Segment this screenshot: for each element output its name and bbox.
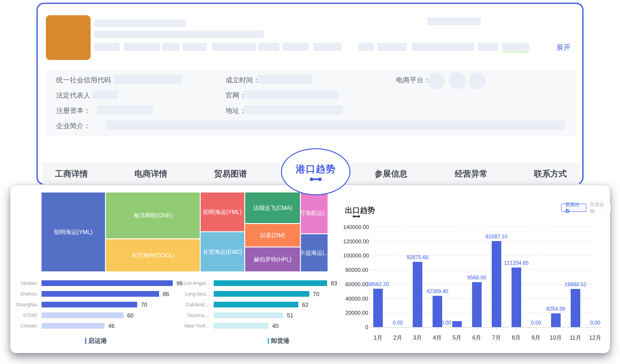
bar-value-label: 0.00	[576, 320, 615, 326]
bar	[214, 280, 327, 286]
treemap-block[interactable]: 海洋网联(ONE)	[106, 192, 200, 238]
category-label: Yantian	[3, 280, 37, 286]
bar-value-label: 0.00	[427, 320, 465, 326]
bar	[214, 323, 268, 329]
export-trend-chart: 出口趋势 贸易次数 贸易金额 140000.00120000.00100000.…	[334, 199, 611, 349]
treemap-block[interactable]: 东方海外(OOCL)	[106, 239, 200, 271]
gridline	[371, 227, 596, 227]
category-label: Oakland,...	[176, 302, 210, 308]
website-label: 官网：	[226, 91, 246, 100]
company-info-panel: 统一社会信用代码： 成立时间： 电商平台： 法定代表人： 官网： 注册资本： 地…	[47, 70, 576, 136]
discharge-legend[interactable]: 卸货港	[268, 337, 289, 345]
treemap-block[interactable]: 阳明海运(YML)	[42, 192, 105, 271]
platform-avatar	[469, 72, 486, 89]
x-axis-tick-label: 7月	[487, 334, 506, 341]
legend-label: 启运港	[88, 337, 107, 345]
carrier-treemap: 阳明海运(YML)海洋网联(ONE)东方海外(OOCL)阳明海运(YML)长荣海…	[42, 192, 327, 271]
toggle-trade-count-button[interactable]: 贸易次数	[561, 204, 586, 212]
category-label: Chiwan	[3, 323, 37, 329]
tab-2[interactable]: 电商详情	[134, 168, 167, 179]
gridline	[371, 241, 596, 242]
category-label: Los Angel...	[176, 280, 210, 286]
hbar-row: Chiwan46	[10, 323, 200, 329]
treemap-block[interactable]: 长荣海运(EMC)	[201, 232, 244, 271]
hbar-row: Shanghai70	[10, 302, 200, 307]
established-label: 成立时间：	[226, 75, 260, 85]
company-logo	[46, 15, 91, 60]
bar	[214, 312, 283, 318]
x-axis-tickmark	[595, 328, 596, 330]
y-axis-tick-label: 80000.00	[343, 267, 368, 273]
bar-value-label: 51	[287, 312, 293, 319]
x-axis-tick-label: 5月	[448, 334, 466, 341]
legend-label: 卸货港	[271, 337, 289, 345]
treemap-block[interactable]: 中远海运(...	[301, 234, 327, 271]
x-axis-tickmark	[378, 328, 378, 330]
tag-chip	[412, 43, 474, 51]
tag-chip	[258, 43, 279, 51]
bar-value-label: 61587.10	[477, 233, 516, 240]
gridline	[371, 312, 596, 313]
x-axis-tick-label: 1月	[369, 334, 387, 341]
toggle-trade-amount-button[interactable]: 贸易金额	[586, 204, 611, 212]
credit-code-label: 统一社会信用代码：	[56, 75, 118, 85]
bar-value-label: 92875.66	[398, 254, 437, 261]
bar-value-label: 42369.40	[418, 288, 457, 294]
x-axis-tick-label: 12月	[586, 334, 604, 341]
legend-marker	[85, 338, 86, 344]
x-axis-tick-label: 11月	[566, 334, 585, 341]
intro-value-placeholder	[106, 121, 565, 130]
treemap-block[interactable]: 法国达飞(CMA)	[245, 192, 300, 223]
dumbbell-icon	[310, 178, 321, 181]
bar-value-label: 9568.00	[457, 275, 496, 281]
bar	[512, 267, 521, 327]
y-axis-tick-label: 100000.00	[343, 252, 368, 259]
tab-port-trend-active-badge[interactable]: 港口趋势	[281, 148, 350, 195]
x-axis-tickmark	[477, 328, 477, 330]
bar	[42, 323, 105, 329]
series-toggle: 贸易次数 贸易金额	[561, 204, 611, 212]
y-axis-tick-label: 20000.00	[343, 310, 368, 316]
treemap-block[interactable]: 万海航运(...	[301, 192, 327, 233]
bar-value-label: 70	[141, 301, 147, 308]
platform-avatar	[428, 72, 445, 89]
bar	[551, 313, 561, 327]
y-axis-tick-label: 40000.00	[343, 296, 368, 302]
x-axis-tick-label: 4月	[428, 334, 447, 341]
tag-chip	[124, 43, 160, 51]
tab-1[interactable]: 工商详情	[55, 168, 88, 179]
bar-value-label: 46	[108, 322, 115, 329]
departure-ports-chart: Yantian96Shekou86Shanghai705704560Chiwan…	[10, 277, 200, 336]
screenshot-stage: 展开 统一社会信用代码： 成立时间： 电商平台： 法定代表人： 官网： 注册资本…	[0, 0, 620, 364]
company-name-placeholder	[94, 20, 186, 27]
x-axis-tickmark	[496, 328, 497, 330]
departure-legend[interactable]: 启运港	[85, 337, 107, 345]
treemap-block[interactable]: 赫伯罗特(HPL)	[245, 248, 300, 271]
dumbbell-icon	[353, 215, 359, 218]
bar-value-label: 62	[302, 301, 309, 308]
bar-value-label: 0.00	[517, 320, 555, 326]
legend-marker	[268, 338, 269, 344]
tag-chip	[162, 43, 180, 51]
bar-value-label: 8254.89	[536, 306, 575, 312]
tab-6[interactable]: 经营异常	[455, 168, 488, 179]
x-axis-tick-label: 9月	[527, 334, 545, 341]
ecommerce-platform-label: 电商平台：	[396, 75, 430, 85]
bar	[42, 312, 124, 318]
category-label: New York...	[176, 323, 210, 329]
treemap-block[interactable]: 阳明海运(YML)	[201, 192, 244, 231]
tab-5[interactable]: 参展信息	[375, 168, 407, 179]
bar-value-label: 58562.20	[359, 281, 397, 287]
expand-link[interactable]: 展开	[556, 43, 571, 52]
port-trend-panel: 阳明海运(YML)海洋网联(ONE)东方海外(OOCL)阳明海运(YML)长荣海…	[10, 185, 610, 353]
credit-code-value-placeholder	[113, 75, 182, 84]
hbar-row: Shekou86	[10, 291, 200, 297]
tab-3[interactable]: 贸易图谱	[214, 168, 247, 179]
treemap-block[interactable]: 以星(ZIM)	[245, 224, 300, 247]
tab-7[interactable]: 联系方式	[534, 168, 567, 179]
legal-rep-label: 法定代表人：	[56, 91, 97, 100]
category-label: 57045	[3, 312, 37, 318]
tag-chip	[313, 43, 341, 51]
bar-value-label: 70	[313, 291, 319, 297]
header-right-placeholder	[427, 17, 481, 25]
